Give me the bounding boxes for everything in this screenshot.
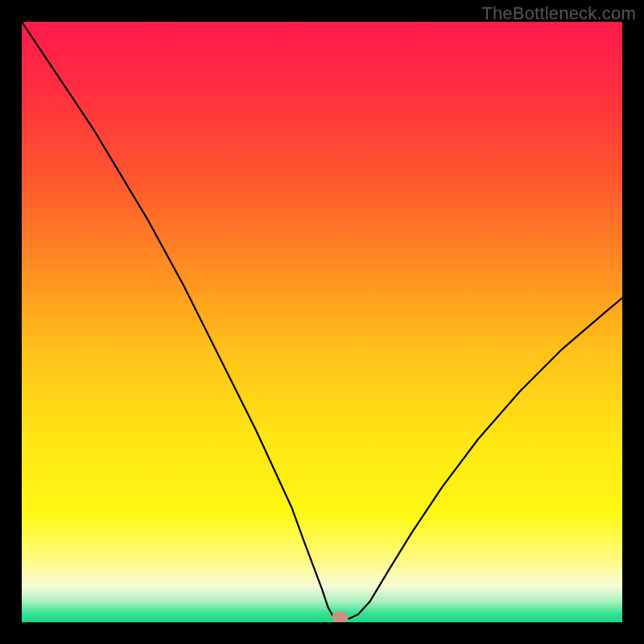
gradient-background <box>22 22 622 622</box>
watermark-text: TheBottleneck.com <box>481 3 636 24</box>
chart-frame: TheBottleneck.com <box>0 0 644 644</box>
chart-svg <box>22 22 622 622</box>
plot-area <box>22 22 622 622</box>
